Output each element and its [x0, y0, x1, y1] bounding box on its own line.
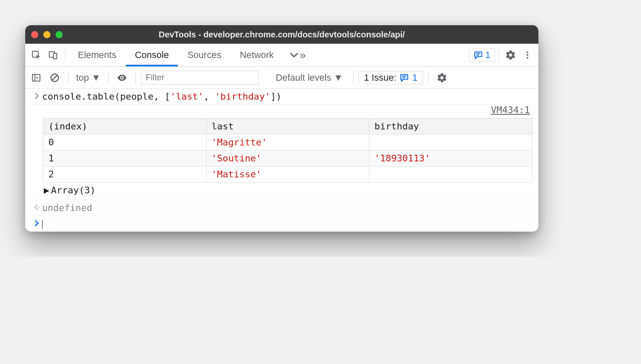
- array-expand[interactable]: ▶ Array(3): [43, 182, 532, 195]
- console-toolbar: top ▼ Default levels ▼ 1 Issue: 1: [25, 67, 538, 89]
- chevron-right-icon: [31, 91, 42, 100]
- svg-point-6: [527, 54, 528, 56]
- col-index[interactable]: (index): [43, 119, 207, 135]
- log-levels-selector[interactable]: Default levels ▼: [270, 72, 348, 83]
- divider: [68, 71, 69, 84]
- issues-summary[interactable]: 1 Issue: 1: [358, 71, 423, 84]
- settings-icon[interactable]: [502, 44, 519, 66]
- table-header-row: (index) last birthday: [43, 119, 532, 135]
- divider: [135, 71, 136, 84]
- cell-index: 1: [43, 150, 207, 166]
- table-row: 1 'Soutine' '18930113': [43, 150, 532, 166]
- divider: [498, 49, 499, 61]
- col-last[interactable]: last: [206, 119, 369, 135]
- svg-point-5: [527, 52, 528, 53]
- chevron-right-icon: [31, 219, 42, 227]
- table-row: 0 'Magritte': [43, 135, 532, 150]
- cell-birthday: '18930113': [369, 150, 532, 166]
- context-label: top: [76, 72, 89, 83]
- console-table-output: VM434:1 (index) last birthday 0 'Magritt…: [25, 105, 538, 200]
- svg-point-7: [527, 57, 528, 58]
- issue-label: 1 Issue:: [364, 72, 396, 83]
- cell-last: 'Soutine': [206, 150, 369, 166]
- console-table: (index) last birthday 0 'Magritte' 1 'So…: [43, 118, 532, 182]
- divider: [428, 71, 429, 84]
- divider: [65, 49, 65, 61]
- devtools-window: DevTools - developer.chrome.com/docs/dev…: [25, 25, 538, 232]
- window-title: DevTools - developer.chrome.com/docs/dev…: [25, 30, 538, 40]
- return-arrow-icon: [31, 203, 42, 211]
- console-prompt-row[interactable]: [25, 216, 538, 232]
- console-prompt-input[interactable]: [42, 219, 532, 229]
- svg-rect-8: [32, 74, 40, 81]
- titlebar: DevTools - developer.chrome.com/docs/dev…: [25, 25, 538, 44]
- console-input-row: console.table(people, ['last', 'birthday…: [25, 89, 538, 105]
- cell-index: 0: [43, 135, 207, 150]
- cell-last: 'Matisse': [206, 166, 369, 182]
- col-birthday[interactable]: birthday: [369, 119, 532, 135]
- clear-console-icon[interactable]: [46, 67, 63, 88]
- tab-network[interactable]: Network: [230, 44, 283, 66]
- console-command[interactable]: console.table(people, ['last', 'birthday…: [42, 91, 532, 102]
- filter-input[interactable]: [141, 71, 259, 85]
- panel-tabs: Elements Console Sources Network: [69, 44, 283, 66]
- minimize-icon[interactable]: [43, 31, 50, 38]
- inspect-icon[interactable]: [28, 44, 45, 66]
- tabs-bar: Elements Console Sources Network » 1: [25, 44, 538, 67]
- context-selector[interactable]: top ▼: [74, 72, 103, 83]
- levels-label: Default levels: [275, 72, 331, 83]
- table-row: 2 'Matisse': [43, 166, 532, 182]
- svg-point-12: [121, 76, 123, 78]
- message-icon: [474, 50, 483, 60]
- tab-elements[interactable]: Elements: [69, 44, 126, 66]
- dropdown-icon: ▼: [92, 72, 101, 83]
- sidebar-toggle-icon[interactable]: [28, 67, 45, 88]
- triangle-right-icon: ▶: [44, 185, 49, 195]
- more-tabs-icon[interactable]: »: [286, 49, 309, 62]
- console-return-row: undefined: [25, 200, 538, 216]
- traffic-lights: [31, 31, 63, 38]
- dropdown-icon: ▼: [334, 72, 343, 83]
- tab-sources[interactable]: Sources: [178, 44, 230, 66]
- svg-line-11: [52, 75, 57, 80]
- close-icon[interactable]: [31, 31, 38, 38]
- fullscreen-icon[interactable]: [56, 31, 63, 38]
- cell-birthday: [369, 166, 532, 182]
- live-expression-icon[interactable]: [114, 67, 130, 88]
- issues-count: 1: [485, 50, 490, 61]
- source-link[interactable]: VM434:1: [491, 105, 530, 115]
- issue-count: 1: [412, 72, 417, 83]
- return-value: undefined: [42, 203, 532, 213]
- svg-rect-2: [53, 53, 57, 59]
- console-settings-icon[interactable]: [434, 67, 450, 88]
- array-summary-label: Array(3): [51, 185, 95, 195]
- more-menu-icon[interactable]: [519, 44, 536, 66]
- svg-point-15: [38, 207, 40, 208]
- divider: [108, 71, 109, 84]
- message-icon: [400, 73, 409, 82]
- tab-console[interactable]: Console: [126, 44, 178, 66]
- issues-badge[interactable]: 1: [469, 48, 495, 62]
- cell-birthday: [369, 135, 532, 150]
- cell-last: 'Magritte': [206, 135, 369, 150]
- cell-index: 2: [43, 166, 207, 182]
- divider: [353, 71, 353, 84]
- device-toggle-icon[interactable]: [45, 44, 61, 66]
- caret-icon: [42, 220, 42, 229]
